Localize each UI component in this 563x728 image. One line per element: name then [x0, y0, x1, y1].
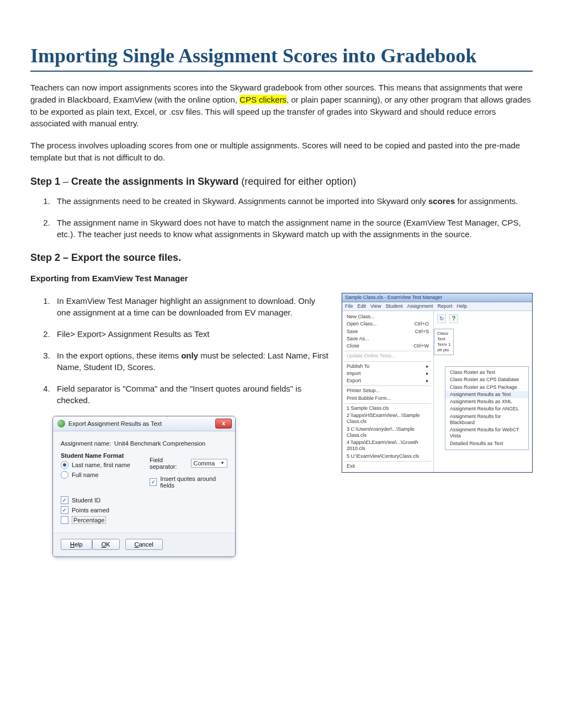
checkbox-quotes-label: Insert quotes around fields: [160, 475, 227, 489]
mi-import-label: Import: [347, 371, 361, 377]
step2-subheading: Exporting from ExamView Test Manager: [30, 274, 533, 283]
sm-results-angel[interactable]: Assignment Results for ANGEL: [445, 405, 528, 413]
field-separator-select[interactable]: Comma ▼: [191, 459, 227, 468]
radio-last-first-label: Last name, first name: [72, 462, 130, 468]
mi-close-label: Close: [347, 343, 359, 349]
mi-recent-3[interactable]: 3 C:\Users\rosnyder\...\Sample Class.cls: [342, 426, 433, 440]
mi-printer[interactable]: Printer Setup...: [342, 387, 433, 394]
student-name-format-label: Student Name Format: [61, 452, 124, 459]
file-dropdown: New Class... Open Class...Ctrl+O SaveCtr…: [342, 311, 434, 472]
menu-help[interactable]: Help: [456, 303, 467, 309]
sm-results-xml[interactable]: Assignment Results as XML: [445, 398, 528, 405]
intro-paragraph-2: The process involves uploading scores fr…: [30, 140, 533, 164]
sm-detailed-text[interactable]: Detailed Results as Text: [445, 440, 528, 447]
help-button[interactable]: Help: [61, 539, 92, 550]
step1-head-sep: –: [60, 176, 71, 187]
help-r: elp: [75, 541, 83, 548]
mi-recent-5-label: 5 U:\ExamView\CenturyClass.cls: [347, 453, 419, 459]
cancel-u: C: [135, 541, 139, 548]
step2-li-1: In ExamView Test Manager highlight an as…: [52, 295, 331, 318]
sm-results-text[interactable]: Assignment Results as Text: [445, 391, 528, 398]
side-class: Class: [437, 331, 450, 336]
mi-save-label: Save: [347, 329, 358, 335]
mi-open[interactable]: Open Class...Ctrl+O: [342, 320, 433, 328]
help-icon[interactable]: ?: [449, 314, 458, 323]
field-separator-value: Comma: [194, 460, 215, 467]
cancel-button[interactable]: Cancel: [125, 539, 163, 550]
mi-close[interactable]: CloseCtrl+W: [342, 342, 433, 350]
checkbox-percentage-label: Percentage: [72, 516, 106, 524]
examview-menubar: File Edit View Student Assignment Report…: [342, 302, 532, 311]
radio-full-name[interactable]: [61, 471, 68, 479]
menu-assignment[interactable]: Assignment: [407, 303, 433, 309]
mi-recent-5[interactable]: 5 U:\ExamView\CenturyClass.cls: [342, 453, 433, 460]
assignment-name-value: Unit4 Benchmark Comprehension: [114, 440, 205, 447]
field-separator-label: Field separator:: [150, 457, 188, 470]
mi-update-label: Update Online Tests...: [347, 353, 395, 359]
checkbox-student-id[interactable]: [61, 496, 68, 504]
step1-li1-c: for assignments.: [455, 196, 518, 206]
mi-recent-4-label: 4 \\apps\ELExamView\...\Growth 2010.cls: [347, 440, 429, 452]
mi-recent-3-label: 3 C:\Users\rosnyder\...\Sample Class.cls: [347, 426, 429, 439]
cancel-r: ancel: [139, 541, 153, 548]
step2-li-4: Field separator is "Comma" and the "Inse…: [52, 383, 331, 406]
export-dialog: Export Assignment Results as Text x Assi…: [52, 416, 236, 557]
ok-button[interactable]: OK: [92, 539, 120, 550]
radio-full-name-label: Full name: [72, 472, 98, 478]
step1-list: The assignments need to be created in Sk…: [52, 195, 533, 240]
mi-recent-4[interactable]: 4 \\apps\ELExamView\...\Growth 2010.cls: [342, 439, 433, 453]
mi-new[interactable]: New Class...: [342, 313, 433, 320]
mi-publish[interactable]: Publish To▸: [342, 363, 433, 370]
mi-save[interactable]: SaveCtrl+S: [342, 328, 433, 335]
mi-printer-label: Printer Setup...: [347, 388, 380, 394]
menu-student[interactable]: Student: [385, 303, 402, 309]
mi-recent-1-label: 1 Sample Class.cls: [347, 405, 389, 411]
menu-report[interactable]: Report: [437, 303, 452, 309]
ok-u: O: [102, 541, 107, 548]
side-term: Term 1: [437, 342, 450, 347]
examview-screenshot: Sample Class.cls - ExamView Test Manager…: [342, 293, 533, 473]
step2-li-2: File> Export> Assignment Results as Text: [52, 328, 331, 340]
dialog-titlebar: Export Assignment Results as Text x: [53, 416, 235, 431]
mi-exit[interactable]: Exit: [342, 463, 433, 470]
step1-li1-a: The assignments need to be created in Sk…: [57, 196, 428, 206]
mi-saveas[interactable]: Save As...: [342, 335, 433, 342]
mi-close-sc: Ctrl+W: [413, 343, 429, 349]
intro-p1-highlight: CPS clickers: [240, 95, 286, 104]
assignment-name-row: Assignment name: Unit4 Benchmark Compreh…: [61, 440, 227, 447]
mi-recent-1[interactable]: 1 Sample Class.cls: [342, 405, 433, 412]
step1-head-c: (required for either option): [238, 176, 356, 187]
checkbox-points-earned[interactable]: [61, 506, 68, 514]
mi-new-label: New Class...: [347, 314, 375, 320]
checkbox-points-earned-label: Points earned: [72, 507, 109, 513]
mi-import[interactable]: Import▸: [342, 370, 433, 377]
close-icon[interactable]: x: [215, 419, 232, 429]
arrow-right-icon: ▸: [426, 363, 429, 370]
page-title: Importing Single Assignment Scores into …: [30, 44, 533, 72]
mi-publish-label: Publish To: [347, 363, 369, 370]
menu-view[interactable]: View: [370, 303, 381, 309]
sm-roster-cpsdb[interactable]: Class Roster as CPS Database: [445, 376, 528, 383]
mi-recent-2[interactable]: 2 \\apps\HSExamView\...\Sample Class.cls: [342, 412, 433, 426]
sm-roster-cpspkg[interactable]: Class Roster as CPS Package: [445, 384, 528, 391]
checkbox-percentage[interactable]: [61, 516, 68, 524]
menu-edit[interactable]: Edit: [358, 303, 367, 309]
step1-heading: Step 1 – Create the assignments in Skywa…: [30, 176, 533, 188]
mi-export-label: Export: [347, 378, 361, 384]
checkbox-quotes[interactable]: [150, 478, 157, 486]
mi-export[interactable]: Export▸: [342, 377, 433, 384]
sm-results-bb[interactable]: Assignment Results for Blackboard: [445, 413, 528, 427]
sm-results-webct[interactable]: Assignment Results for WebCT Vista: [445, 426, 528, 440]
step2-head: Step 2 – Export the source files.: [30, 252, 181, 263]
mi-bubble[interactable]: Print Bubble Form...: [342, 395, 433, 402]
dialog-title: Export Assignment Results as Text: [68, 420, 162, 427]
step2-list: In ExamView Test Manager highlight an as…: [52, 295, 331, 406]
step1-li1-b: scores: [428, 196, 455, 206]
step1-li-2: The assignment name in Skyward does not …: [52, 217, 533, 240]
mi-update: Update Online Tests...: [342, 352, 433, 360]
radio-last-first[interactable]: [61, 461, 68, 469]
sm-roster-text[interactable]: Class Roster as Text: [445, 369, 528, 376]
side-text: Text: [437, 336, 450, 342]
menu-file[interactable]: File: [345, 303, 353, 309]
refresh-icon[interactable]: ↻: [437, 314, 446, 323]
